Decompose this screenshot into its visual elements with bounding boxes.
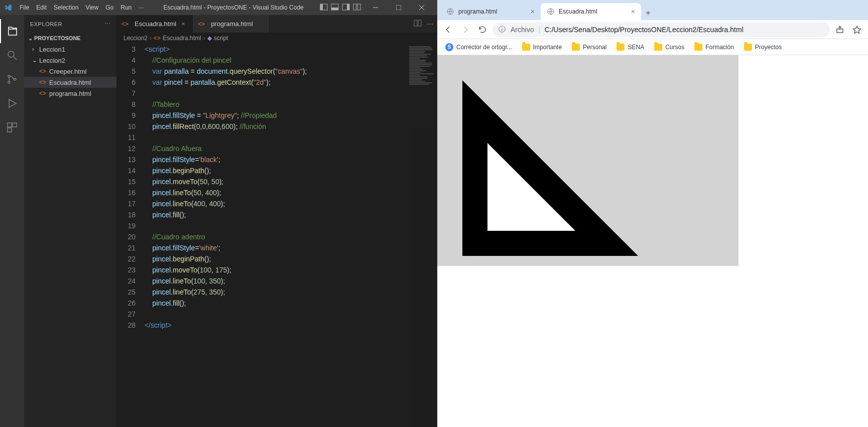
layout-icon[interactable] [353, 3, 361, 13]
bookmark-formaci-n[interactable]: Formación [690, 42, 738, 53]
file-escuadra.html[interactable]: <>Escuadra.html [24, 77, 116, 88]
tab-programa.html[interactable]: <>programa.html [193, 15, 270, 33]
bookmark-personal[interactable]: Personal [568, 42, 610, 53]
title-bar: FileEditSelectionViewGoRun··· Escuadra.h… [0, 0, 437, 15]
bookmark-star-button[interactable] [850, 23, 864, 37]
minimap[interactable] [409, 44, 437, 427]
bookmark-cursos[interactable]: Cursos [650, 42, 688, 53]
menu-run[interactable]: Run [117, 4, 135, 11]
menu-selection[interactable]: Selection [50, 4, 82, 11]
activity-bar [0, 15, 24, 427]
svg-rect-3 [331, 8, 338, 10]
divider [539, 26, 540, 34]
site-info-icon[interactable]: ⓘ [499, 25, 506, 34]
new-tab-button[interactable]: + [641, 6, 655, 20]
address-bar[interactable]: ⓘ Archivo C:/Users/Sena/Desktop/Proyecto… [492, 22, 830, 37]
menu-bar: FileEditSelectionViewGoRun··· [16, 0, 147, 15]
page-canvas [437, 55, 738, 266]
svg-rect-18 [8, 123, 12, 127]
project-name: PROYECTOSONE [34, 35, 81, 41]
svg-rect-22 [418, 20, 421, 26]
svg-rect-5 [347, 4, 349, 10]
code-content[interactable]: <script> //Configuración del pincel var … [145, 44, 409, 427]
minimize-button[interactable] [364, 0, 387, 15]
menu-view[interactable]: View [82, 4, 102, 11]
close-button[interactable] [410, 0, 433, 15]
file-tree: ›Leccion1⌄Leccion2<>Creeper.html<>Escuad… [24, 44, 116, 99]
folder-icon [744, 44, 752, 51]
folder-icon [616, 44, 625, 51]
folder-leccion1[interactable]: ›Leccion1 [24, 44, 116, 55]
explorer-view-button[interactable] [0, 19, 24, 43]
menu-go[interactable]: Go [102, 4, 117, 11]
more-actions-icon[interactable]: ⋯ [427, 20, 433, 28]
folder-icon [572, 44, 580, 51]
globe-icon [446, 8, 454, 16]
editor-tabs: <>Escuadra.html×<>programa.html ⋯ [116, 15, 437, 33]
svg-marker-26 [853, 26, 861, 33]
menu-edit[interactable]: Edit [33, 4, 50, 11]
share-button[interactable] [833, 23, 847, 37]
bookmark-proyectos[interactable]: Proyectos [740, 42, 786, 53]
browser-toolbar: ⓘ Archivo C:/Users/Sena/Desktop/Proyecto… [437, 20, 868, 39]
explorer-sidebar: EXPLORER ⋯ ⌄ PROYECTOSONE ›Leccion1⌄Lecc… [24, 15, 116, 427]
browser-tab-strip: programa.html×Escuadra.html× + [437, 0, 868, 20]
breadcrumb-leccion2[interactable]: Leccion2 [123, 35, 148, 42]
breadcrumb[interactable]: Leccion2›<> Escuadra.html›◆ script [116, 33, 437, 44]
split-editor-icon[interactable] [414, 19, 422, 29]
svg-point-15 [8, 81, 10, 83]
debug-view-button[interactable] [0, 91, 24, 115]
bookmark-corrector-de-ortogr-[interactable]: SCorrector de ortogr... [441, 41, 516, 53]
file-programa.html[interactable]: <>programa.html [24, 88, 116, 99]
svg-point-16 [14, 78, 16, 80]
tab-escuadra.html[interactable]: <>Escuadra.html× [116, 15, 193, 33]
code-editor[interactable]: 3456789101112131415161718192021222324252… [116, 44, 437, 427]
close-tab-icon[interactable]: × [179, 20, 187, 28]
browser-tab-escuadra.html[interactable]: Escuadra.html× [541, 3, 641, 20]
svg-rect-19 [13, 123, 17, 127]
bookmark-sena[interactable]: SENA [612, 42, 648, 53]
scm-view-button[interactable] [0, 67, 24, 91]
chrome-window: programa.html×Escuadra.html× + ⓘ Archivo… [437, 0, 868, 427]
file-creeper.html[interactable]: <>Creeper.html [24, 66, 116, 77]
folder-icon [694, 44, 702, 51]
window-controls [364, 0, 433, 15]
more-icon[interactable]: ⋯ [105, 21, 111, 27]
site-icon: S [445, 43, 453, 51]
panel-left-icon[interactable] [320, 3, 328, 13]
svg-rect-21 [414, 20, 417, 26]
forward-button[interactable] [458, 23, 472, 37]
svg-rect-1 [320, 4, 323, 10]
explorer-title: EXPLORER [30, 21, 62, 27]
breadcrumb-escuadra.html[interactable]: Escuadra.html [163, 35, 201, 42]
reload-button[interactable] [475, 23, 489, 37]
breadcrumb-script[interactable]: script [214, 35, 228, 42]
panel-bottom-icon[interactable] [331, 3, 339, 13]
close-tab-icon[interactable]: × [631, 8, 635, 16]
window-title: Escuadra.html - ProyectosONE - Visual St… [147, 4, 320, 11]
close-tab-icon[interactable]: × [531, 8, 535, 16]
extensions-view-button[interactable] [0, 115, 24, 139]
globe-icon [547, 8, 555, 16]
svg-point-12 [8, 51, 14, 57]
folder-leccion2[interactable]: ⌄Leccion2 [24, 55, 116, 66]
bookmark-importante[interactable]: Importante [518, 42, 566, 53]
bookmarks-bar: SCorrector de ortogr...ImportantePersona… [437, 39, 868, 55]
svg-rect-7 [357, 4, 360, 10]
explorer-header: EXPLORER ⋯ [24, 15, 116, 33]
svg-point-14 [8, 75, 10, 77]
project-root[interactable]: ⌄ PROYECTOSONE [24, 33, 116, 44]
vscode-window: FileEditSelectionViewGoRun··· Escuadra.h… [0, 0, 437, 427]
maximize-button[interactable] [387, 0, 410, 15]
menu-···[interactable]: ··· [135, 4, 147, 11]
svg-rect-20 [8, 128, 12, 132]
panel-right-icon[interactable] [342, 3, 350, 13]
back-button[interactable] [441, 23, 455, 37]
url-text: C:/Users/Sena/Desktop/ProyectosONE/Lecci… [545, 26, 824, 34]
search-view-button[interactable] [0, 43, 24, 67]
menu-file[interactable]: File [16, 4, 33, 11]
svg-marker-17 [9, 99, 16, 107]
layout-controls [320, 3, 361, 13]
browser-tab-programa.html[interactable]: programa.html× [440, 3, 541, 20]
page-viewport[interactable] [437, 55, 868, 427]
